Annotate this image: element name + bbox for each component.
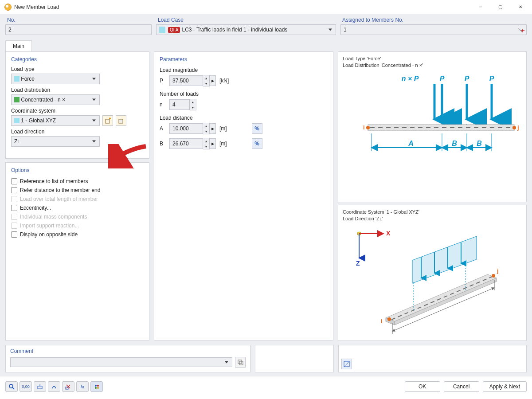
B-symbol: B	[160, 141, 166, 147]
svg-point-73	[95, 387, 97, 389]
option-ref-list[interactable]: Reference to list of members	[11, 177, 144, 186]
option-opposite[interactable]: Display on opposite side	[11, 230, 144, 239]
preview-settings-button[interactable]	[341, 359, 352, 369]
spin-up-icon[interactable]: ▲	[203, 138, 209, 144]
P-input[interactable]: 37.500	[169, 75, 203, 86]
checkbox-icon	[11, 187, 17, 193]
ok-button[interactable]: OK	[405, 381, 440, 392]
load-distribution-combo[interactable]: Concentrated - n ×	[11, 94, 100, 105]
pick-members-icon[interactable]	[516, 26, 526, 35]
preview-bottom-line2: Load Direction 'Zʟ'	[343, 215, 522, 222]
close-button[interactable]: ✕	[510, 0, 530, 14]
spin-down-icon[interactable]: ▼	[203, 129, 209, 134]
A-unit: [m]	[219, 125, 227, 132]
step-button[interactable]: ▶	[210, 75, 216, 86]
B-unit: [m]	[219, 141, 227, 147]
checkbox-icon	[11, 196, 17, 202]
svg-point-74	[97, 387, 99, 389]
blank-panel	[255, 345, 334, 372]
svg-point-72	[97, 385, 99, 387]
spin-up-icon[interactable]: ▲	[203, 123, 209, 129]
svg-rect-62	[239, 361, 243, 365]
spin-down-icon[interactable]: ▼	[190, 105, 196, 110]
toolbar-button-4[interactable]	[48, 381, 60, 392]
svg-text:n × P: n × P	[402, 75, 419, 82]
spin-down-icon[interactable]: ▼	[203, 144, 209, 149]
svg-marker-51	[412, 236, 477, 283]
checkbox-icon	[11, 231, 17, 238]
option-import-support: Import support reaction...	[11, 221, 144, 230]
svg-text:j: j	[497, 267, 499, 274]
preview-top-line2: Load Distribution 'Concentrated - n ×'	[343, 62, 522, 69]
tab-main[interactable]: Main	[5, 40, 32, 51]
preview-top: Load Type 'Force' Load Distribution 'Con…	[338, 51, 527, 202]
svg-point-64	[9, 384, 13, 388]
svg-text:A: A	[408, 140, 414, 147]
toolbar-button-6[interactable]: fx	[76, 381, 89, 392]
load-distribution-swatch-icon	[14, 97, 20, 102]
n-symbol: n	[160, 102, 166, 108]
comment-copy-button[interactable]	[235, 357, 246, 368]
toolbar-button-5[interactable]	[62, 381, 74, 392]
svg-text:Z: Z	[356, 260, 360, 267]
apply-next-button[interactable]: Apply & Next	[483, 381, 527, 392]
edit-coord-system-button[interactable]	[116, 115, 126, 126]
preview-bottom: Coordinate System '1 - Global XYZ' Load …	[338, 205, 527, 341]
load-distance-label: Load distance	[160, 115, 328, 121]
load-type-swatch-icon	[14, 76, 20, 82]
new-coord-system-button[interactable]	[102, 115, 113, 126]
svg-rect-61	[238, 360, 242, 364]
loadcase-combo[interactable]: QI A LC3 - Traffic loads in field 1 - in…	[156, 24, 336, 35]
comment-title: Comment	[10, 348, 246, 354]
no-input[interactable]: 2	[5, 24, 152, 35]
svg-marker-45	[395, 278, 497, 325]
svg-text:P: P	[489, 75, 494, 82]
minimize-button[interactable]: ─	[470, 0, 490, 14]
step-button[interactable]: ▶	[210, 123, 216, 134]
A-input[interactable]: 10.000	[169, 123, 203, 134]
svg-text:j: j	[517, 124, 519, 131]
A-percent-button[interactable]: %	[252, 123, 262, 134]
P-symbol: P	[160, 78, 166, 84]
comment-combo[interactable]	[10, 357, 232, 367]
preview-bottom-diagram: X Z i j	[343, 225, 522, 336]
step-button[interactable]: ▶	[210, 138, 216, 149]
load-direction-combo[interactable]: Zʟ	[11, 136, 100, 147]
maximize-button[interactable]: ▢	[490, 0, 510, 14]
spin-down-icon[interactable]: ▼	[203, 81, 209, 86]
spin-up-icon[interactable]: ▲	[190, 99, 196, 105]
option-eccentricity[interactable]: Eccentricity...	[11, 203, 144, 212]
svg-line-65	[12, 387, 14, 389]
cancel-button[interactable]: Cancel	[444, 381, 479, 392]
option-over-total: Load over total length of member	[11, 195, 144, 203]
toolbar-button-3[interactable]	[34, 381, 46, 392]
load-type-combo[interactable]: Force	[11, 74, 100, 84]
window-title: New Member Load	[14, 4, 470, 10]
toolbar-button-1[interactable]	[5, 381, 18, 392]
assigned-input[interactable]: 1	[340, 24, 527, 35]
B-input[interactable]: 26.670	[169, 138, 203, 149]
option-mass: Individual mass components	[11, 212, 144, 221]
num-loads-label: Number of loads	[160, 91, 328, 97]
loadcase-badge: QI A	[168, 27, 180, 33]
options-title: Options	[11, 167, 144, 173]
toolbar-button-2[interactable]: 0,00	[20, 381, 32, 392]
parameters-title: Parameters	[160, 56, 328, 63]
svg-rect-66	[38, 386, 42, 389]
svg-point-20	[512, 126, 516, 129]
A-symbol: A	[160, 125, 166, 132]
toolbar-button-7[interactable]	[90, 381, 103, 392]
svg-text:B: B	[477, 140, 482, 147]
svg-text:i: i	[381, 318, 383, 325]
svg-text:P: P	[465, 75, 469, 82]
svg-point-48	[492, 274, 495, 278]
option-refer-end[interactable]: Refer distance to the member end	[11, 186, 144, 195]
app-icon	[4, 4, 12, 11]
n-input[interactable]: 4	[169, 99, 190, 110]
coord-swatch-icon	[14, 118, 20, 123]
spin-up-icon[interactable]: ▲	[203, 75, 209, 81]
B-percent-button[interactable]: %	[252, 138, 262, 149]
magnitude-label: Load magnitude	[160, 67, 328, 73]
coord-system-combo[interactable]: 1 - Global XYZ	[11, 115, 100, 126]
svg-rect-0	[106, 119, 110, 123]
